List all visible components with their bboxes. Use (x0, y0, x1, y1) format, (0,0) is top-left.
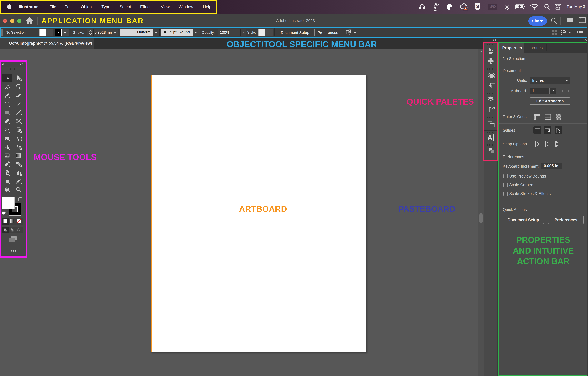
svg-text:S: S (476, 4, 479, 9)
